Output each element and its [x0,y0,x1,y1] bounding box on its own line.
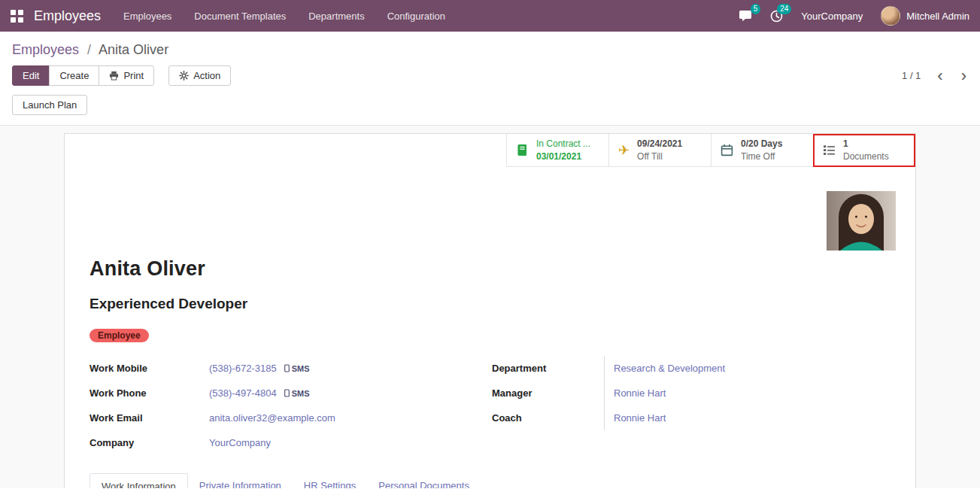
messages-button[interactable]: 5 [739,10,752,22]
field-row-coach: Coach Ronnie Hart [492,405,896,430]
print-button-label: Print [123,70,144,81]
work-mobile-value[interactable]: (538)-672-3185 [209,363,277,374]
field-row-work-mobile: Work Mobile (538)-672-3185 SMS [90,356,492,381]
calendar-icon [721,144,733,156]
department-value[interactable]: Research & Development [605,363,725,374]
employee-job-title: Experienced Developer [90,296,896,312]
app-name[interactable]: Employees [34,8,101,24]
pager-previous-icon[interactable]: ‹ [936,68,944,84]
create-button[interactable]: Create [49,65,99,86]
stat-timeoff-line2: Time Off [741,150,782,162]
user-avatar [881,6,900,26]
contract-book-icon [516,144,529,156]
menu-item-document-templates[interactable]: Document Templates [194,11,286,22]
field-row-manager: Manager Ronnie Hart [492,381,896,405]
activities-button[interactable]: 24 [770,10,783,23]
field-label: Manager [492,381,605,405]
create-button-label: Create [59,70,89,81]
gear-icon [179,71,189,80]
employee-name: Anita Oliver [90,257,896,281]
edit-button-label: Edit [23,70,39,81]
employee-fields: Work Mobile (538)-672-3185 SMS Work Phon… [90,356,896,455]
chat-bubble-icon [739,10,752,22]
stat-timeoff-line1: 0/20 Days [741,138,782,150]
breadcrumb-current: Anita Oliver [99,42,168,57]
stat-button-documents[interactable]: 1 Documents [813,134,915,167]
control-panel: Edit Create Print [0,64,980,86]
menu-item-departments[interactable]: Departments [308,11,364,22]
company-value[interactable]: YourCompany [209,437,271,448]
sms-link[interactable]: SMS [284,389,310,398]
pager-value: 1 / 1 [902,70,921,81]
company-switcher[interactable]: YourCompany [801,11,863,22]
form-view-background: In Contract ... 03/01/2021 ✈ 09/24/2021 … [0,126,980,488]
user-menu[interactable]: Mitchell Admin [881,6,969,26]
messages-badge: 5 [751,4,761,14]
stat-offtill-line2: Off Till [637,150,682,162]
stat-button-time-off[interactable]: 0/20 Days Time Off [711,134,813,167]
stat-button-contract[interactable]: In Contract ... 03/01/2021 [506,134,608,167]
printer-icon [109,71,119,80]
top-navbar: Employees Employees Document Templates D… [0,0,980,32]
employee-tag: Employee [90,329,149,342]
stat-offtill-line1: 09/24/2021 [637,138,682,150]
field-row-company: Company YourCompany [90,430,492,455]
field-label: Work Email [90,412,209,424]
action-buttons-row: Launch Plan [0,86,980,126]
field-row-work-email: Work Email anita.oliver32@example.com [90,405,492,430]
sms-label: SMS [292,364,310,373]
top-menu: Employees Document Templates Departments… [123,11,445,22]
tab-work-information[interactable]: Work Information [90,473,188,488]
launch-plan-button[interactable]: Launch Plan [12,95,87,115]
employee-main: Anita Oliver Experienced Developer Emplo… [65,257,915,488]
field-row-department: Department Research & Development [492,356,896,381]
field-label: Work Mobile [90,363,209,374]
coach-value[interactable]: Ronnie Hart [605,412,666,424]
breadcrumb: Employees / Anita Oliver [0,32,980,64]
apps-menu-icon[interactable] [11,10,23,23]
employee-photo[interactable] [827,191,896,251]
work-email-value[interactable]: anita.oliver32@example.com [209,412,335,424]
employee-form-sheet: In Contract ... 03/01/2021 ✈ 09/24/2021 … [64,133,916,488]
manager-value[interactable]: Ronnie Hart [605,387,666,399]
print-button[interactable]: Print [99,65,154,86]
documents-list-icon [823,144,836,156]
tab-hr-settings[interactable]: HR Settings [293,473,367,488]
sms-label: SMS [292,389,310,398]
fields-left-column: Work Mobile (538)-672-3185 SMS Work Phon… [90,356,492,455]
mobile-phone-icon [284,364,290,372]
tab-private-information[interactable]: Private Information [188,473,293,488]
button-group: Edit Create Print [12,65,154,86]
launch-plan-label: Launch Plan [23,99,77,111]
field-row-work-phone: Work Phone (538)-497-4804 SMS [90,381,492,405]
breadcrumb-separator: / [87,42,91,57]
field-label: Department [492,356,605,381]
work-phone-value[interactable]: (538)-497-4804 [209,387,277,399]
mobile-phone-icon [284,389,290,397]
stat-documents-line2: Documents [843,150,889,162]
field-label: Work Phone [90,387,209,399]
menu-item-configuration[interactable]: Configuration [387,11,445,22]
field-label: Company [90,437,209,448]
stat-button-off-till[interactable]: ✈ 09/24/2021 Off Till [608,134,711,167]
action-button-label: Action [193,70,220,81]
stat-contract-line2: 03/01/2021 [536,150,590,162]
stat-button-row: In Contract ... 03/01/2021 ✈ 09/24/2021 … [65,134,915,167]
stat-documents-line1: 1 [843,138,889,150]
action-button[interactable]: Action [168,65,231,86]
plane-icon: ✈ [618,144,630,157]
tab-personal-documents[interactable]: Personal Documents [367,473,481,488]
fields-right-column: Department Research & Development Manage… [492,356,896,455]
notebook-tabs: Work Information Private Information HR … [90,473,896,488]
breadcrumb-parent[interactable]: Employees [12,42,79,57]
sms-link[interactable]: SMS [284,364,310,373]
menu-item-employees[interactable]: Employees [123,11,171,22]
field-label: Coach [492,405,605,430]
edit-button[interactable]: Edit [12,65,50,86]
user-name: Mitchell Admin [906,11,969,22]
activities-badge: 24 [777,4,791,14]
stat-contract-line1: In Contract ... [536,138,590,150]
pager: 1 / 1 ‹ › [902,68,968,84]
navbar-right: 5 24 YourCompany Mitchell Admin [739,6,969,26]
pager-next-icon[interactable]: › [960,68,968,84]
